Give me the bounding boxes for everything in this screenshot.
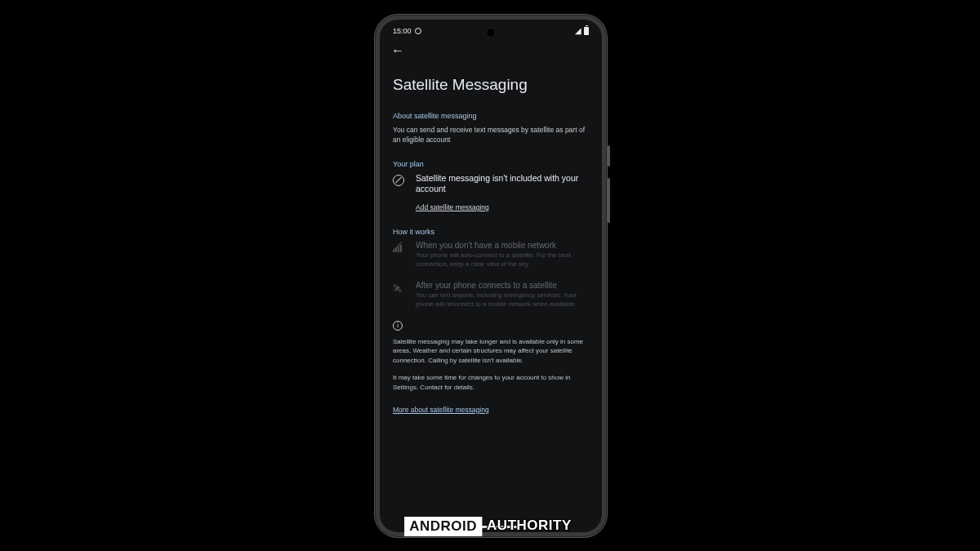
about-header: About satellite messaging bbox=[393, 112, 589, 120]
watermark: ANDROID AUTHORITY bbox=[404, 517, 576, 536]
no-signal-icon bbox=[393, 241, 406, 252]
plan-section: Your plan Satellite messaging isn't incl… bbox=[393, 160, 589, 213]
how-item-desc: Your phone will auto-connect to a satell… bbox=[416, 251, 589, 269]
phone-frame: 15:00 ◢ ← Satellite Messaging About sate… bbox=[375, 15, 607, 537]
front-camera bbox=[486, 28, 496, 38]
battery-icon bbox=[584, 27, 589, 35]
wifi-icon: ◢ bbox=[575, 26, 581, 35]
disclaimer-1: Satellite messaging may take longer and … bbox=[393, 337, 589, 366]
satellite-icon: 🛰 bbox=[393, 281, 406, 294]
plan-status-title: Satellite messaging isn't included with … bbox=[416, 173, 589, 195]
page-title: Satellite Messaging bbox=[393, 76, 589, 94]
side-button-power bbox=[608, 145, 610, 167]
watermark-right: AUTHORITY bbox=[482, 517, 576, 536]
how-item-title: After your phone connects to a satellite bbox=[416, 281, 589, 290]
back-button[interactable]: ← bbox=[391, 43, 404, 58]
how-item: 🛰 After your phone connects to a satelli… bbox=[393, 281, 589, 309]
how-item: When you don't have a mobile network You… bbox=[393, 241, 589, 269]
how-item-title: When you don't have a mobile network bbox=[416, 241, 589, 250]
more-about-link[interactable]: More about satellite messaging bbox=[393, 406, 489, 414]
how-it-works-section: How it works When you don't have a mobil… bbox=[393, 228, 589, 309]
watermark-left: ANDROID bbox=[404, 517, 482, 536]
disclaimer-2: It may take some time for changes to you… bbox=[393, 373, 589, 392]
content-area: Satellite Messaging About satellite mess… bbox=[380, 76, 602, 415]
how-header: How it works bbox=[393, 228, 589, 236]
clock-icon bbox=[415, 28, 421, 34]
prohibit-icon bbox=[393, 173, 406, 186]
about-body: You can send and receive text messages b… bbox=[393, 125, 589, 145]
toolbar: ← bbox=[380, 38, 602, 58]
side-button-volume bbox=[608, 178, 610, 223]
how-item-desc: You can text anyone, including emergency… bbox=[416, 291, 589, 309]
about-section: About satellite messaging You can send a… bbox=[393, 112, 589, 145]
status-time: 15:00 bbox=[393, 27, 412, 35]
plan-header: Your plan bbox=[393, 160, 589, 168]
phone-screen: 15:00 ◢ ← Satellite Messaging About sate… bbox=[380, 20, 602, 532]
add-satellite-messaging-link[interactable]: Add satellite messaging bbox=[416, 203, 489, 211]
info-icon: i bbox=[393, 321, 589, 331]
